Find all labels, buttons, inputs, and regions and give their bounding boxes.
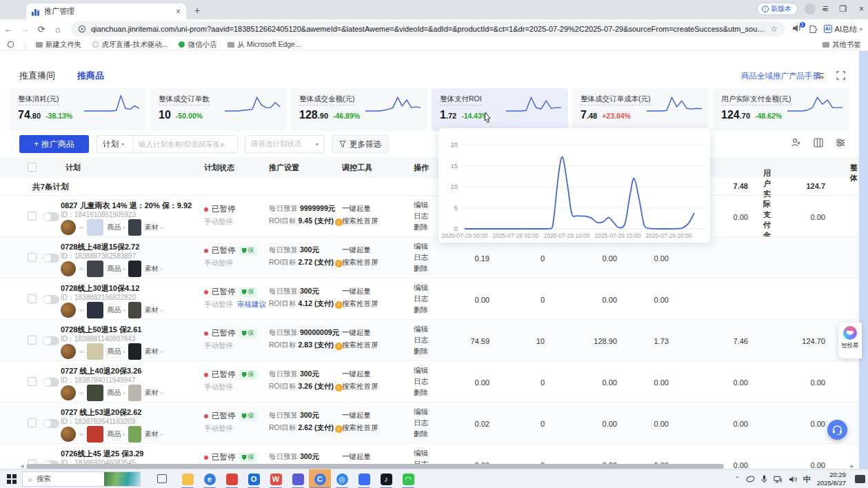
campaign-title[interactable]: 0728线上48退15保2.72 (61, 242, 139, 252)
search-first-screen-link[interactable]: 搜索抢首屏 (342, 382, 379, 392)
campaign-row[interactable]: 0827 儿童雨衣 14% 退：20% 保：9.92 ID：1841610851… (0, 196, 859, 237)
row-toggle-switch[interactable] (43, 378, 59, 387)
browser-profile-avatar[interactable] (805, 3, 816, 14)
review-suggestion-link[interactable]: 审核建议 (237, 300, 266, 308)
search-first-screen-link[interactable]: 搜索抢首屏 (342, 423, 379, 433)
horizontal-scrollbar[interactable]: ◄ ► (19, 463, 855, 469)
delete-link[interactable]: 删除 (414, 305, 428, 315)
home-icon[interactable]: ⌂ (50, 24, 66, 34)
bookmark-item[interactable]: 新建文件夹 (36, 40, 82, 50)
display-settings-icon[interactable] (816, 71, 825, 80)
window-close-button[interactable]: × (859, 4, 864, 14)
scrollbar-thumb[interactable] (26, 464, 724, 469)
material-thumbnail[interactable] (128, 385, 141, 401)
search-first-screen-link[interactable]: 搜索抢首屏 (342, 299, 379, 309)
url-bar[interactable]: qianchuan.jinritemai.com/uni-prom?aavid=… (71, 21, 785, 37)
row-checkbox[interactable] (28, 377, 37, 386)
log-link[interactable]: 日志 (414, 212, 428, 221)
material-link[interactable]: 素材 › (145, 264, 162, 274)
stat-card[interactable]: 整体成交金额(元) 128.90 -46.89% (291, 88, 427, 131)
row-toggle-switch[interactable] (43, 295, 59, 304)
stat-card[interactable]: 用户实际支付金额(元) 124.70 -48.62% (713, 88, 849, 131)
blue-circle-app-taskbar-icon[interactable]: ◎ (331, 469, 353, 488)
douyin-taskbar-icon[interactable]: ♪ (375, 469, 397, 488)
wechat-app-taskbar-icon[interactable]: ◠ (397, 469, 419, 488)
material-link[interactable]: 素材 › (145, 347, 162, 356)
speaker-icon[interactable] (789, 476, 797, 483)
stat-card[interactable]: 整体成交订单数 10 -50.00% (150, 88, 287, 131)
col-tools[interactable]: 调控工具 (342, 163, 372, 173)
task-view-button[interactable] (157, 474, 167, 483)
product-link[interactable]: 商品 › (107, 388, 124, 398)
site-permissions-icon[interactable] (78, 25, 86, 33)
product-link[interactable]: 商品 › (107, 347, 124, 356)
mouse-device-icon[interactable] (746, 476, 755, 482)
stat-card[interactable]: 整体消耗(元) 74.80 -38.13% (10, 88, 146, 131)
row-toggle-switch[interactable] (43, 212, 59, 221)
url-text[interactable]: qianchuan.jinritemai.com/uni-prom?aavid=… (91, 25, 765, 33)
reload-icon[interactable]: ⟳ (33, 24, 50, 34)
row-checkbox[interactable] (28, 418, 37, 427)
bookmark-item[interactable]: 微信小店 (179, 40, 216, 50)
zhitouxing-widget[interactable]: 智投星 (838, 323, 862, 358)
col-actions[interactable]: 操作 (414, 163, 429, 173)
tray-expand-icon[interactable]: ⌃ (734, 476, 740, 482)
search-highlight-image[interactable] (104, 471, 140, 487)
more-filter-button[interactable]: 更多筛选 (332, 135, 389, 153)
delete-link[interactable]: 删除 (414, 264, 428, 274)
window-maximize-button[interactable]: ❐ (839, 4, 847, 14)
browser-tab[interactable]: 推广管理 × (26, 3, 186, 19)
material-thumbnail[interactable] (128, 219, 141, 236)
help-float-button[interactable] (827, 420, 847, 440)
col-settings[interactable]: 推广设置 (269, 163, 299, 173)
search-first-screen-link[interactable]: 搜索抢首屏 (342, 216, 379, 226)
log-link[interactable]: 日志 (414, 253, 428, 263)
other-bookmarks-button[interactable]: 其他书签 (822, 40, 861, 50)
taskbar-search-box[interactable]: ⌕ 搜索 (22, 471, 141, 487)
edge-panel-strip[interactable] (859, 51, 868, 469)
start-button[interactable] (7, 474, 17, 484)
product-thumbnail[interactable] (87, 261, 103, 277)
taskbar-clock[interactable]: 20:29 2025/8/27 (817, 471, 846, 487)
edit-link[interactable]: 编辑 (414, 283, 428, 293)
edge-browser-taskbar-icon[interactable]: e (199, 469, 221, 488)
window-minimize-button[interactable]: – (822, 4, 827, 14)
campaign-title[interactable]: 0726线上45 退25 保3.29 (61, 449, 143, 459)
forward-icon[interactable]: → (17, 24, 33, 34)
row-checkbox[interactable] (28, 253, 37, 262)
media-control-icon[interactable]: 1 (792, 24, 802, 34)
edit-link[interactable]: 编辑 (414, 407, 428, 417)
bookmark-item[interactable]: 从 Microsoft Edge... (228, 40, 301, 50)
network-icon[interactable] (774, 476, 783, 483)
ime-indicator[interactable]: 中 (803, 474, 811, 485)
campaign-title[interactable]: 0728线上50退15 保2.61 (61, 325, 141, 335)
sidebar-toggle-icon[interactable] (7, 41, 14, 48)
campaign-title[interactable]: 0727 线上40退20保3.26 (61, 366, 141, 376)
search-first-screen-link[interactable]: 搜索抢首屏 (342, 340, 379, 350)
log-link[interactable]: 日志 (414, 294, 428, 304)
material-link[interactable]: 素材 › (145, 388, 162, 398)
blue-square-app-taskbar-icon[interactable] (353, 469, 375, 488)
product-link[interactable]: 商品 › (107, 264, 124, 274)
row-toggle-switch[interactable] (43, 254, 59, 263)
col-plan[interactable]: 计划 (65, 163, 81, 173)
edit-link[interactable]: 编辑 (414, 325, 428, 334)
red-store-app-taskbar-icon[interactable] (221, 469, 243, 488)
share-column-icon[interactable] (791, 138, 801, 148)
filter-settings-icon[interactable] (836, 138, 845, 148)
scroll-left-icon[interactable]: ◄ (19, 463, 25, 469)
edit-link[interactable]: 编辑 (414, 201, 428, 210)
plan-type-select[interactable]: 计划▾ (97, 136, 133, 152)
notification-center-icon[interactable] (855, 475, 865, 483)
product-thumbnail[interactable] (87, 385, 103, 401)
material-link[interactable]: 素材 › (145, 223, 162, 232)
stat-card[interactable]: 整体成交订单成本(元) 7.48 +23.84% (572, 88, 709, 131)
promote-product-button[interactable]: + 推广商品 (19, 135, 89, 153)
row-toggle-switch[interactable] (43, 336, 59, 345)
log-link[interactable]: 日志 (414, 418, 428, 428)
plan-search-input[interactable] (133, 140, 219, 148)
delete-link[interactable]: 删除 (414, 388, 428, 398)
campaign-row[interactable]: 0728线上50退15 保2.61 ID：1838881140807843 ∞ … (0, 320, 859, 361)
extensions-icon[interactable] (809, 25, 817, 34)
campaign-title[interactable]: 0827 儿童雨衣 14% 退：20% 保：9.92 (61, 201, 192, 211)
